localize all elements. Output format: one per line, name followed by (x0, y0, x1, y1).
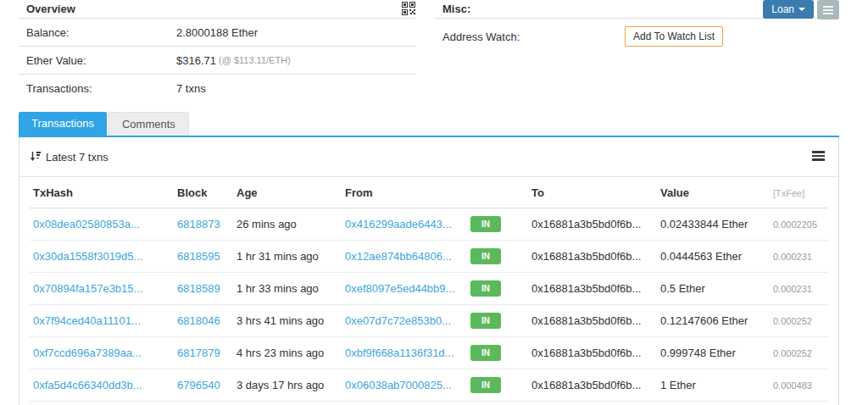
misc-panel: Misc: Loan Address Watch: Add To Watch L… (434, 0, 839, 103)
transactions-count-row: Transactions: 7 txns (19, 75, 415, 103)
table-row: 0xf7ccd696a7389aa... 6817879 4 hrs 23 mi… (30, 337, 828, 369)
table-menu-button[interactable] (809, 149, 828, 165)
header-value: Value (657, 177, 770, 208)
top-section: Overview Balance: 2.8000188 Ether Ether … (0, 0, 868, 103)
value-cell: 0.5 Ether (657, 273, 770, 305)
to-cell: 0x16881a3b5bd0f6b... (528, 208, 657, 241)
balance-value: 2.8000188 Ether (176, 26, 258, 39)
caret-down-icon (798, 8, 805, 11)
sort-amount-icon (30, 151, 41, 164)
txfee-cell: 0.000252 (770, 305, 828, 337)
to-cell: 0x16881a3b5bd0f6b... (528, 337, 657, 369)
hamburger-icon (812, 151, 825, 164)
age-cell: 3 days 17 hrs ago (233, 369, 342, 402)
table-toolbar: Latest 7 txns (19, 137, 838, 177)
table-row: 0x08dea02580853a... 6818873 26 mins ago … (30, 208, 828, 241)
header-to: To (528, 177, 657, 208)
txhash-link[interactable]: 0x08dea02580853a... (33, 218, 140, 230)
overview-panel: Overview Balance: 2.8000188 Ether Ether … (19, 0, 415, 103)
txhash-link[interactable]: 0xf7ccd696a7389aa... (33, 347, 142, 359)
value-cell: 0.11 Ether (657, 402, 770, 405)
from-link[interactable]: 0x416299aade6443... (345, 218, 452, 230)
value-cell: 0.12147606 Ether (657, 305, 770, 337)
direction-badge: IN (470, 313, 501, 329)
ether-rate-note: (@ $113.11/ETH) (219, 55, 291, 65)
header-age: Age (233, 177, 342, 208)
age-cell: 3 hrs 41 mins ago (233, 305, 342, 337)
overview-title: Overview (26, 0, 75, 15)
to-cell: 0x16881a3b5bd0f6b... (528, 305, 657, 337)
from-link[interactable]: 0xef8097e5ed44bb9... (345, 282, 454, 295)
direction-badge: IN (470, 248, 501, 264)
tab-bar: Transactions Comments (19, 112, 839, 137)
to-cell: 0x16881a3b5bd0f6b... (528, 369, 657, 402)
header-block: Block (174, 177, 233, 208)
list-icon (823, 4, 833, 17)
balance-row: Balance: 2.8000188 Ether (19, 19, 415, 47)
from-link[interactable]: 0x12ae874bb64806... (345, 250, 452, 263)
direction-badge: IN (470, 345, 501, 361)
table-row: 0x70894fa157e3b15... 6818589 1 hr 33 min… (30, 273, 828, 305)
tab-comments[interactable]: Comments (108, 112, 189, 136)
age-cell: 4 hrs 23 mins ago (233, 337, 342, 369)
misc-title: Misc: (442, 0, 470, 15)
header-txhash: TxHash (30, 177, 174, 208)
qr-code-icon[interactable] (402, 0, 415, 18)
tab-transactions[interactable]: Transactions (19, 112, 107, 136)
txhash-link[interactable]: 0x7f94ced40a11101... (33, 314, 141, 327)
table-header-row: TxHash Block Age From To Value [TxFee] (30, 177, 828, 208)
direction-badge: IN (470, 216, 501, 232)
add-to-watch-list-button[interactable]: Add To Watch List (625, 26, 723, 47)
age-cell: 3 days 17 hrs ago (233, 402, 342, 405)
table-row: 0x30da1558f3019d5... 6818595 1 hr 31 min… (30, 241, 828, 273)
txfee-cell: 0.000252 (770, 337, 828, 369)
header-txfee: [TxFee] (770, 177, 828, 208)
latest-txns-label: Latest 7 txns (46, 151, 108, 164)
table-row: 0x7f94ced40a11101... 6818046 3 hrs 41 mi… (30, 305, 828, 337)
direction-badge: IN (470, 377, 501, 393)
to-cell: 0x16881a3b5bd0f6b... (528, 273, 657, 305)
from-link[interactable]: 0xbf9f668a1136f31d... (345, 347, 453, 359)
value-cell: 0.999748 Ether (657, 337, 770, 369)
header-direction (467, 177, 528, 208)
block-link[interactable]: 6818589 (177, 282, 220, 295)
block-link[interactable]: 6817879 (177, 347, 220, 359)
header-from: From (342, 177, 467, 208)
table-row: 0x2800a2bf12c0559... 6796395 3 days 17 h… (30, 402, 828, 405)
value-cell: 0.0444563 Ether (657, 241, 770, 273)
more-options-button[interactable] (817, 0, 839, 19)
age-cell: 1 hr 33 mins ago (233, 273, 342, 305)
to-cell: 0x16881a3b5bd0f6b... (528, 241, 657, 273)
block-link[interactable]: 6818873 (177, 218, 220, 230)
age-cell: 1 hr 31 mins ago (233, 241, 342, 273)
balance-label: Balance: (26, 26, 176, 39)
block-link[interactable]: 6818595 (177, 250, 220, 263)
loan-button-label: Loan (771, 3, 794, 15)
txfee-cell: 0.00063 (770, 402, 828, 405)
table-row: 0xfa5d4c66340dd3b... 6796540 3 days 17 h… (30, 369, 828, 402)
address-watch-row: Address Watch: Add To Watch List (434, 19, 839, 47)
ether-value: $316.71 (176, 54, 216, 67)
txfee-cell: 0.000483 (770, 369, 828, 402)
value-cell: 1 Ether (657, 369, 770, 402)
transactions-label: Transactions: (26, 82, 176, 95)
block-link[interactable]: 6796540 (177, 379, 220, 391)
to-cell: 0x16881a3b5bd0f6b... (528, 402, 657, 405)
txfee-cell: 0.0002205 (770, 208, 828, 241)
direction-badge: IN (470, 280, 501, 297)
transactions-panel: Latest 7 txns TxHash Block Age From To V… (19, 137, 839, 405)
value-cell: 0.02433844 Ether (657, 208, 770, 241)
age-cell: 26 mins ago (233, 208, 342, 241)
loan-dropdown-button[interactable]: Loan (763, 0, 814, 19)
txhash-link[interactable]: 0x30da1558f3019d5... (33, 250, 142, 263)
top-gap (415, 0, 434, 103)
from-link[interactable]: 0xe07d7c72e853b0... (345, 314, 451, 327)
transactions-value: 7 txns (176, 82, 206, 95)
block-link[interactable]: 6818046 (177, 314, 220, 327)
txhash-link[interactable]: 0x70894fa157e3b15... (33, 282, 142, 295)
txhash-link[interactable]: 0xfa5d4c66340dd3b... (33, 379, 142, 391)
ether-value-row: Ether Value: $316.71 (@ $113.11/ETH) (19, 47, 415, 75)
from-link[interactable]: 0x06038ab7000825... (345, 379, 452, 391)
txfee-cell: 0.000231 (770, 241, 828, 273)
transactions-table: TxHash Block Age From To Value [TxFee] 0… (30, 177, 828, 405)
